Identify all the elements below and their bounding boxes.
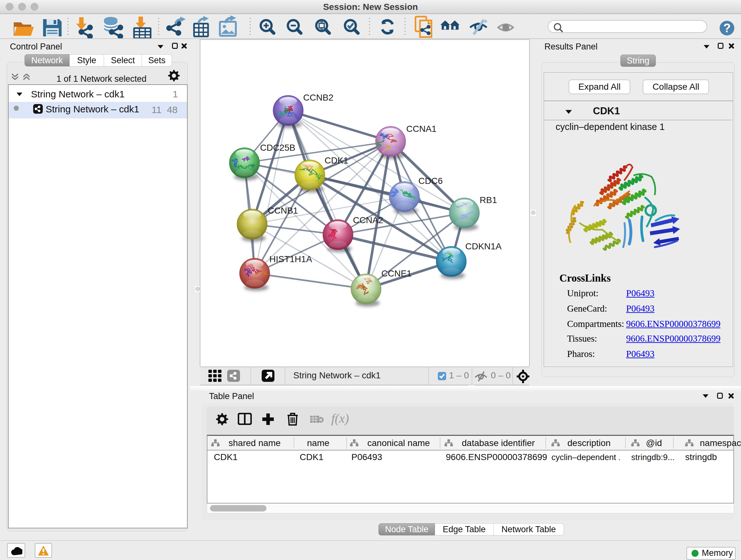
svg-text:CCNA1: CCNA1 [406, 124, 436, 134]
svg-text:CCNE1: CCNE1 [381, 268, 412, 278]
svg-text:CCNB2: CCNB2 [303, 92, 333, 103]
svg-text:?: ? [723, 21, 731, 35]
svg-text:CDC6: CDC6 [418, 176, 443, 186]
svg-text:CCNB1: CCNB1 [268, 206, 298, 215]
svg-text:HIST1H1A: HIST1H1A [269, 254, 312, 264]
svg-text:CCNA2: CCNA2 [353, 215, 383, 225]
svg-text:CDC25B: CDC25B [260, 143, 295, 152]
svg-text:CDK1: CDK1 [325, 155, 348, 165]
svg-text:CDKN1A: CDKN1A [465, 241, 502, 251]
svg-text:RB1: RB1 [480, 195, 497, 205]
